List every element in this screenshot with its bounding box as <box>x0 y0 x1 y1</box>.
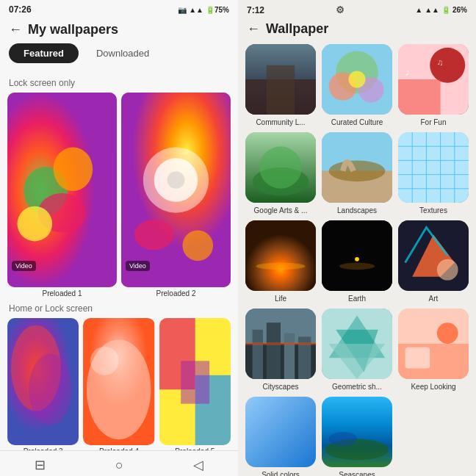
category-art[interactable]: Art <box>398 220 469 303</box>
category-thumb-curated <box>322 44 392 115</box>
nav-home-icon[interactable]: ○ <box>115 458 123 473</box>
category-seascapes[interactable]: Seascapes <box>322 397 392 476</box>
svg-point-67 <box>339 263 375 270</box>
svg-rect-73 <box>267 322 281 379</box>
right-panel: 7:12 ⚙ ▲ ▲▲ 🔋 26% ← Wallpaper <box>238 0 476 476</box>
category-label-textures: Textures <box>419 206 447 214</box>
svg-point-13 <box>29 353 71 425</box>
svg-point-9 <box>134 220 174 250</box>
left-scroll-area[interactable]: Lock screen only <box>0 72 238 450</box>
category-label-landscapes: Landscapes <box>337 206 377 214</box>
category-thumb-geometric <box>322 309 392 379</box>
section-lock: Lock screen only <box>9 78 229 88</box>
category-label-community: Community L... <box>256 118 305 126</box>
category-thumb-solid <box>245 397 316 467</box>
wallpaper-preloaded-4[interactable] <box>83 318 154 445</box>
video-badge-2: Video <box>126 261 150 271</box>
page-title-right: Wallpaper <box>266 21 328 37</box>
battery-pct-right: 26% <box>452 6 467 14</box>
svg-rect-37 <box>267 65 295 115</box>
category-earth[interactable]: Earth <box>322 220 392 303</box>
category-geometric[interactable]: Geometric sh... <box>322 309 392 391</box>
time-right: 7:12 <box>247 5 264 15</box>
svg-point-88 <box>329 432 357 446</box>
right-scroll-area[interactable]: Community L... Curated Culture <box>238 44 476 476</box>
status-bar-left: 07:26 📷 ▲▲ 🔋75% <box>0 0 238 18</box>
category-cityscapes[interactable]: Cityscapes <box>245 309 316 391</box>
svg-point-10 <box>182 230 213 261</box>
wallpaper-preloaded-5[interactable] <box>159 318 231 445</box>
list-item: Video Preloaded 2 <box>121 93 231 298</box>
category-thumb-landscapes <box>322 132 392 203</box>
category-forfun[interactable]: ♪ ♫ For Fun <box>398 44 469 126</box>
category-life[interactable]: Life <box>245 220 316 303</box>
svg-rect-65 <box>322 220 392 291</box>
svg-rect-76 <box>245 342 316 345</box>
back-button-right[interactable]: ← <box>247 21 260 37</box>
svg-rect-54 <box>398 132 469 203</box>
wallpaper-preloaded-3[interactable] <box>7 318 79 445</box>
category-label-art: Art <box>429 295 439 303</box>
category-keeplooking[interactable]: Keep Looking <box>398 309 469 391</box>
wallpaper-label-1: Preloaded 1 <box>7 289 117 298</box>
category-label-curated: Curated Culture <box>331 118 383 126</box>
status-icons-left: 📷 ▲▲ 🔋75% <box>178 6 229 14</box>
svg-point-66 <box>355 257 359 262</box>
category-thumb-google <box>245 132 316 203</box>
category-label-seascapes: Seascapes <box>339 471 375 476</box>
svg-point-42 <box>348 71 365 87</box>
svg-point-4 <box>17 206 52 242</box>
tab-featured[interactable]: Featured <box>9 43 79 63</box>
category-label-solid: Solid colors <box>262 471 300 476</box>
category-label-cityscapes: Cityscapes <box>263 383 299 391</box>
category-grid: Community L... Curated Culture <box>245 44 469 476</box>
nav-back-icon[interactable]: ◁ <box>193 457 203 473</box>
tab-downloaded[interactable]: Downloaded <box>84 43 161 63</box>
category-thumb-life <box>245 220 316 291</box>
list-item: Preloaded 3 <box>7 318 79 450</box>
lock-screen-grid: Video Preloaded 1 <box>7 93 231 298</box>
svg-rect-85 <box>245 397 316 467</box>
wallpaper-preloaded-2[interactable]: Video <box>121 93 231 287</box>
status-bar-right: 7:12 ⚙ ▲ ▲▲ 🔋 26% <box>238 0 476 18</box>
category-thumb-art <box>398 220 469 291</box>
left-panel: 07:26 📷 ▲▲ 🔋75% ← My wallpapers Featured… <box>0 0 238 476</box>
wallpaper-label-2: Preloaded 2 <box>121 289 231 298</box>
back-button-left[interactable]: ← <box>9 22 22 37</box>
wallpaper-preloaded-1[interactable]: Video <box>7 93 117 287</box>
svg-point-44 <box>430 48 465 83</box>
tab-row: Featured Downloaded <box>0 43 238 72</box>
svg-point-64 <box>256 263 305 270</box>
category-curated[interactable]: Curated Culture <box>322 44 392 126</box>
svg-text:♫: ♫ <box>437 58 444 67</box>
category-thumb-textures <box>398 132 469 203</box>
category-landscapes[interactable]: Landscapes <box>322 132 392 214</box>
camera-icon: 📷 <box>178 6 187 14</box>
category-thumb-cityscapes <box>245 309 316 379</box>
svg-rect-21 <box>181 361 209 403</box>
nav-menu-icon[interactable]: ⊟ <box>35 457 46 473</box>
category-solid[interactable]: Solid colors <box>245 397 316 476</box>
battery-icon-right: 🔋 <box>441 6 450 14</box>
svg-point-16 <box>90 347 119 375</box>
list-item: Preloaded 4 <box>83 318 154 450</box>
category-textures[interactable]: Textures <box>398 132 469 214</box>
back-header-left: ← My wallpapers <box>0 18 238 43</box>
category-label-geometric: Geometric sh... <box>332 383 382 391</box>
svg-rect-72 <box>253 330 263 379</box>
category-thumb-seascapes <box>322 397 392 467</box>
svg-rect-74 <box>284 333 295 379</box>
bottom-nav-left: ⊟ ○ ◁ <box>0 450 238 476</box>
gear-icon[interactable]: ⚙ <box>336 4 345 15</box>
category-community[interactable]: Community L... <box>245 44 316 126</box>
category-google[interactable]: Google Arts & ... <box>245 132 316 214</box>
video-badge-1: Video <box>12 261 36 271</box>
category-label-google: Google Arts & ... <box>254 206 308 214</box>
category-label-keeplooking: Keep Looking <box>411 383 455 391</box>
battery-icon: 🔋75% <box>206 6 229 14</box>
svg-text:♪: ♪ <box>405 67 411 78</box>
category-label-life: Life <box>275 295 286 303</box>
page-title-left: My wallpapers <box>28 22 118 37</box>
svg-rect-45 <box>398 79 441 115</box>
category-label-forfun: For Fun <box>420 118 446 126</box>
